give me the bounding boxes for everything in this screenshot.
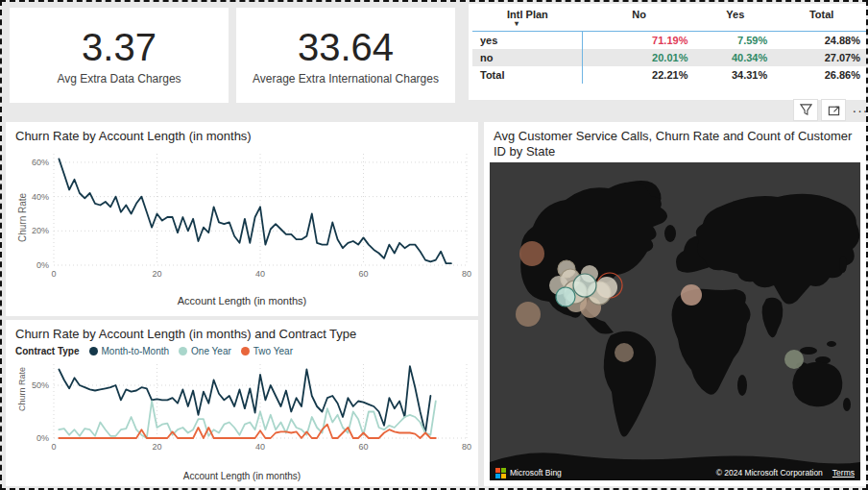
kpi-label: Average Extra International Charges — [253, 72, 439, 86]
more-options-icon[interactable]: ··· — [849, 100, 868, 120]
y-axis-title: Churn Rate — [17, 367, 27, 411]
table-row: Total 22.21% 34.31% 26.86% — [472, 66, 868, 84]
legend-label: One Year — [191, 346, 231, 356]
kpi-card-avg-extra-international-charges[interactable]: 33.64 Average Extra International Charge… — [236, 8, 455, 103]
matrix-cell[interactable]: 24.88% — [775, 32, 868, 50]
matrix-cell[interactable]: 7.59% — [695, 32, 775, 50]
map-title: Avg Customer Service Calls, Churn Rate a… — [484, 122, 866, 162]
bubble-us[interactable] — [556, 287, 575, 306]
svg-text:60: 60 — [358, 442, 368, 452]
bubble-australia[interactable] — [784, 350, 804, 369]
matrix-cell: 26.86% — [775, 66, 868, 84]
kpi-label: Avg Extra Data Charges — [57, 72, 181, 86]
matrix-cell[interactable]: 27.07% — [775, 49, 868, 66]
microsoft-logo-icon — [495, 468, 506, 478]
table-row: yes 71.19% 7.59% 24.88% — [472, 32, 868, 50]
terms-link[interactable]: Terms — [832, 468, 855, 478]
legend-item-one-year[interactable]: One Year — [179, 346, 231, 356]
bubble-hawaii[interactable] — [516, 302, 541, 327]
intl-plan-matrix[interactable]: Intl Plan ▾ No Yes Total yes 71.19% 7.59… — [469, 4, 868, 100]
bing-branding: Microsoft Bing — [495, 468, 562, 478]
line-chart[interactable]: 0%50%020406080 — [10, 358, 474, 459]
legend-title: Contract Type — [15, 346, 80, 356]
world-map[interactable]: Microsoft Bing © 2024 Microsoft Corporat… — [490, 162, 860, 480]
map-visual[interactable]: Avg Customer Service Calls, Churn Rate a… — [484, 122, 866, 486]
matrix-cell: 34.31% — [695, 66, 775, 84]
svg-text:60: 60 — [358, 269, 368, 279]
bubble-alaska[interactable] — [519, 241, 544, 266]
matrix-cell[interactable]: 40.34% — [695, 49, 775, 66]
copyright-text: © 2024 Microsoft Corporation — [716, 468, 823, 478]
matrix-row-header: Total — [472, 66, 583, 84]
x-axis-title: Account Length (in months) — [6, 295, 478, 306]
world-map-landmass — [490, 181, 860, 480]
map-attribution: Microsoft Bing © 2024 Microsoft Corporat… — [490, 465, 860, 480]
legend: Contract Type Month-to-Month One Year Tw… — [6, 344, 478, 358]
filter-icon[interactable] — [793, 99, 818, 121]
svg-text:40%: 40% — [32, 192, 49, 202]
focus-mode-icon[interactable] — [821, 99, 846, 121]
legend-item-two-year[interactable]: Two Year — [241, 346, 293, 356]
svg-text:80: 80 — [462, 442, 471, 452]
chart-title: Churn Rate by Account Length (in months)… — [6, 320, 478, 344]
svg-text:0%: 0% — [36, 433, 49, 443]
svg-text:20: 20 — [152, 442, 161, 452]
dashboard-canvas: 3.37 Avg Extra Data Charges 33.64 Averag… — [0, 0, 868, 490]
chart-churn-by-account-length-contract-type[interactable]: Churn Rate by Account Length (in months)… — [6, 320, 478, 486]
svg-text:0%: 0% — [36, 260, 49, 270]
legend-item-month-to-month[interactable]: Month-to-Month — [89, 346, 170, 356]
matrix-col-header-yes[interactable]: Yes — [695, 6, 775, 32]
svg-text:20: 20 — [152, 269, 161, 279]
svg-text:0: 0 — [51, 442, 56, 452]
svg-text:0: 0 — [51, 269, 56, 279]
svg-text:50%: 50% — [32, 380, 49, 390]
svg-text:40: 40 — [255, 442, 265, 452]
bubble-us[interactable] — [573, 274, 596, 297]
bubble-europe[interactable] — [681, 284, 702, 306]
legend-dot — [179, 347, 187, 355]
legend-dot — [241, 347, 250, 355]
chart-churn-by-account-length[interactable]: Churn Rate by Account Length (in months)… — [6, 122, 478, 316]
world-map-canvas[interactable] — [490, 162, 860, 480]
bubble-us[interactable] — [596, 277, 617, 298]
table-row: no 20.01% 40.34% 27.07% — [472, 49, 868, 66]
matrix-cell: 22.21% — [583, 66, 696, 84]
svg-text:80: 80 — [462, 269, 471, 279]
legend-label: Two Year — [253, 346, 293, 356]
matrix-col-header-total[interactable]: Total — [775, 6, 868, 32]
y-axis-title: Churn Rate — [17, 193, 28, 242]
matrix-col-header-no[interactable]: No — [583, 6, 696, 32]
matrix-row-header[interactable]: no — [472, 49, 583, 66]
bubble-atlantic[interactable] — [615, 343, 634, 362]
legend-dot — [89, 347, 98, 355]
chart-title: Churn Rate by Account Length (in months) — [6, 122, 478, 146]
line-chart[interactable]: 0%20%40%60%020406080 — [10, 146, 474, 288]
kpi-value: 3.37 — [82, 26, 157, 68]
matrix-cell[interactable]: 71.19% — [583, 32, 696, 50]
matrix-cell[interactable]: 20.01% — [583, 49, 696, 66]
bing-label: Microsoft Bing — [510, 468, 562, 478]
visual-toolbar: ··· — [793, 99, 868, 121]
legend-label: Month-to-Month — [102, 346, 170, 356]
svg-text:40: 40 — [255, 269, 265, 279]
svg-text:60%: 60% — [32, 158, 49, 167]
x-axis-title: Account Length (in months) — [6, 471, 478, 481]
svg-text:20%: 20% — [32, 227, 49, 236]
kpi-value: 33.64 — [298, 26, 394, 68]
matrix-row-header[interactable]: yes — [472, 32, 583, 50]
chevron-down-icon[interactable]: ▾ — [507, 20, 575, 30]
kpi-card-avg-extra-data-charges[interactable]: 3.37 Avg Extra Data Charges — [10, 8, 229, 103]
